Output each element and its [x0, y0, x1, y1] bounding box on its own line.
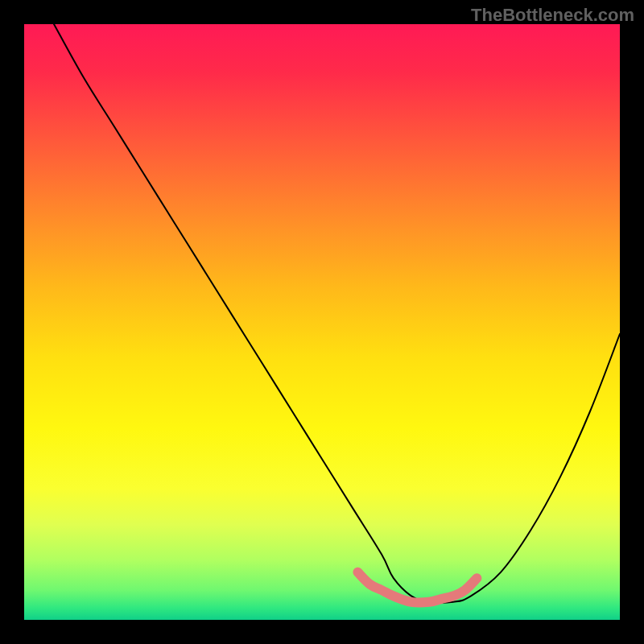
main-curve-line [54, 24, 620, 603]
trough-highlight-line [357, 572, 477, 603]
chart-svg [24, 24, 620, 620]
chart-plot-area [24, 24, 620, 620]
watermark-text: TheBottleneck.com [471, 5, 634, 26]
